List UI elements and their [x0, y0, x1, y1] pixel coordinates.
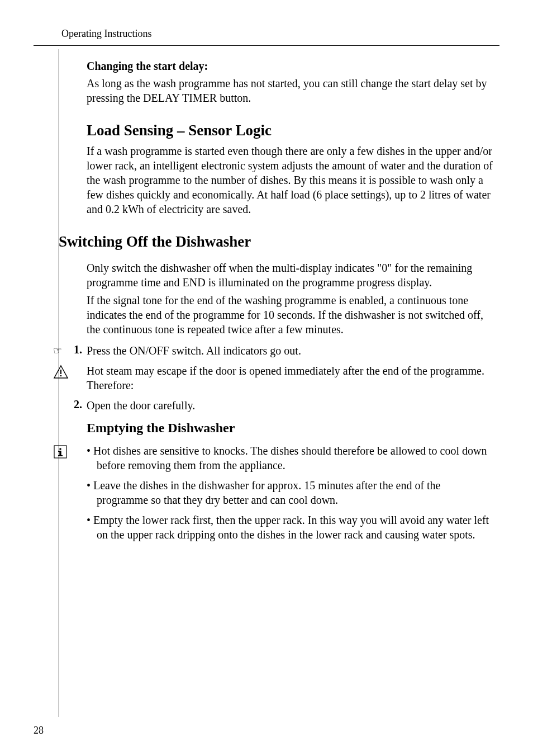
switching-off-heading: Switching Off the Dishwasher: [59, 233, 494, 251]
step-2-text: Open the door carefully.: [87, 398, 494, 413]
warning-text: Hot steam may escape if the door is open…: [87, 363, 494, 393]
step-number-1: 1.: [70, 343, 87, 358]
list-item: Empty the lower rack first, then the upp…: [87, 513, 494, 542]
changing-start-delay-heading: Changing the start delay:: [87, 60, 494, 73]
load-sensing-body: If a wash programme is started even thou…: [87, 144, 494, 216]
page-header: Operating Instructions: [34, 28, 499, 46]
load-sensing-heading: Load Sensing – Sensor Logic: [87, 122, 494, 139]
changing-start-delay-body: As long as the wash programme has not st…: [87, 76, 494, 105]
list-item: Leave the dishes in the dishwasher for a…: [87, 478, 494, 507]
page-number: 28: [34, 725, 44, 736]
switching-off-body1: Only switch the dishwasher off when the …: [87, 261, 494, 290]
step-1-text: Press the ON/OFF switch. All indicators …: [87, 343, 494, 358]
warning-triangle-icon: [53, 363, 87, 393]
svg-point-3: [59, 448, 61, 450]
list-item: Hot dishes are sensitive to knocks. The …: [87, 443, 494, 472]
margin-rule: [59, 49, 59, 717]
emptying-tips-list: Hot dishes are sensitive to knocks. The …: [87, 443, 494, 547]
hand-pointer-icon: ☞: [53, 343, 70, 358]
step-number-2: 2.: [70, 398, 87, 413]
switching-off-body2: If the signal tone for the end of the wa…: [87, 293, 494, 337]
emptying-heading: Emptying the Dishwasher: [87, 420, 494, 436]
info-icon: [53, 443, 87, 547]
svg-point-1: [60, 375, 62, 377]
